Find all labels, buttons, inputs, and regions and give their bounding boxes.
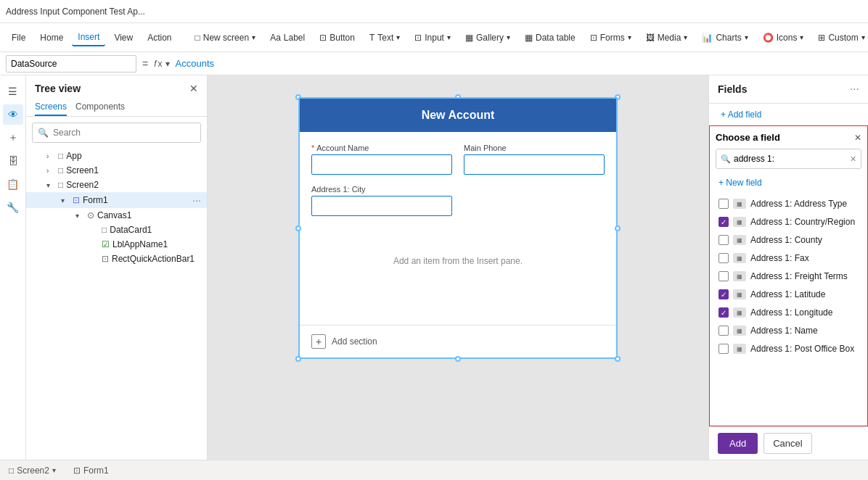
toolbar-gallery[interactable]: ▦ Gallery ▾ — [459, 30, 516, 46]
field-checkbox[interactable] — [718, 235, 729, 245]
form-field-main-phone: Main Phone — [464, 144, 605, 175]
fields-panel-header: Fields ··· — [709, 75, 868, 104]
menu-action[interactable]: Action — [142, 30, 177, 46]
field-item[interactable]: ▦Address 1: Latitude — [716, 286, 861, 303]
tree-item-canvas1[interactable]: ▾ ⊙ Canvas1 — [26, 208, 207, 223]
search-input[interactable] — [32, 123, 201, 143]
new-screen-chevron: ▾ — [252, 33, 255, 41]
toolbar-custom[interactable]: ⊞ Custom ▾ — [812, 30, 868, 46]
form-row-1: *Account Name Main Phone — [311, 144, 605, 175]
icon-bar-screens[interactable]: 👁 — [3, 104, 23, 125]
choose-search-clear-icon[interactable]: ✕ — [850, 154, 856, 164]
field-checkbox[interactable] — [718, 271, 729, 281]
add-field-button[interactable]: + Add field — [715, 107, 767, 123]
choose-field-search: 🔍 ✕ — [716, 149, 861, 169]
icon-bar-add[interactable]: ＋ — [3, 128, 23, 148]
icon-bar-menu[interactable]: ☰ — [3, 81, 23, 102]
tree-item-lblappname1[interactable]: ☑ LblAppName1 — [26, 237, 207, 252]
field-item[interactable]: ▦Address 1: Fax — [716, 249, 861, 267]
handle-bottom-left[interactable] — [295, 356, 301, 362]
add-section-bar[interactable]: + Add section — [300, 325, 616, 357]
toolbar-icons[interactable]: ⭕ Icons ▾ — [757, 30, 810, 46]
account-name-input[interactable] — [311, 154, 452, 175]
field-item[interactable]: ▦Address 1: Name — [716, 322, 861, 339]
field-item[interactable]: ▦Address 1: Freight Terms — [716, 268, 861, 285]
field-checkbox[interactable] — [718, 199, 729, 209]
field-item[interactable]: ▦Address 1: Address Type — [716, 195, 861, 212]
gallery-icon: ▦ — [465, 33, 473, 43]
datasource-selector[interactable] — [6, 55, 136, 73]
tree-item-form1[interactable]: ▾ ⊡ Form1 ··· — [26, 192, 207, 208]
icon-bar-data[interactable]: 🗄 — [3, 151, 23, 171]
toolbar-label[interactable]: Aa Label — [264, 30, 311, 46]
add-section-plus-icon[interactable]: + — [311, 334, 326, 349]
menu-file[interactable]: File — [6, 30, 31, 46]
handle-bottom-right[interactable] — [615, 356, 621, 362]
tab-screens[interactable]: Screens — [35, 99, 67, 116]
field-checkbox[interactable] — [718, 253, 729, 263]
media-icon: 🖼 — [646, 33, 655, 43]
toolbar-charts[interactable]: 📊 Charts ▾ — [696, 30, 753, 46]
gallery-chevron: ▾ — [507, 33, 510, 41]
toolbar-data-table[interactable]: ▦ Data table — [519, 30, 581, 46]
field-checkbox[interactable] — [718, 344, 729, 354]
toolbar-input[interactable]: ⊡ Input ▾ — [409, 30, 456, 46]
tree-label-rectquickactionbar1: RectQuickActionBar1 — [112, 254, 201, 264]
field-checkbox[interactable] — [718, 289, 729, 299]
toolbar-new-screen[interactable]: □ New screen ▾ — [189, 30, 262, 46]
icon-bar: ☰ 👁 ＋ 🗄 📋 🔧 — [0, 75, 26, 460]
toolbar-forms[interactable]: ⊡ Forms ▾ — [584, 30, 637, 46]
tree-item-datacard1[interactable]: □ DataCard1 — [26, 223, 207, 237]
input-icon: ⊡ — [414, 33, 422, 43]
field-item[interactable]: ▦Address 1: Country/Region — [716, 213, 861, 231]
icons-chevron: ▾ — [800, 33, 803, 41]
add-button[interactable]: Add — [718, 433, 758, 454]
tree-label-screen1: Screen1 — [66, 165, 201, 175]
search-icon: 🔍 — [38, 128, 49, 138]
handle-right[interactable] — [615, 225, 621, 231]
cancel-button[interactable]: Cancel — [763, 433, 811, 454]
sidebar-header: Tree view ✕ — [26, 75, 207, 99]
panel-more-icon[interactable]: ··· — [850, 83, 859, 96]
form-icon: ⊡ — [73, 465, 81, 476]
new-field-button[interactable]: + New field — [716, 175, 765, 191]
handle-bottom[interactable] — [455, 356, 461, 362]
tree-item-app[interactable]: › □ App — [26, 149, 207, 163]
toolbar-media[interactable]: 🖼 Media ▾ — [640, 30, 694, 46]
toolbar-button[interactable]: ⊡ Button — [314, 30, 361, 46]
choose-field-input[interactable] — [716, 149, 861, 169]
formula-bar: = fx ▾ Accounts — [0, 52, 868, 75]
tab-components[interactable]: Components — [75, 99, 125, 116]
tree-label-lblappname1: LblAppName1 — [112, 239, 201, 249]
main-phone-input[interactable] — [464, 154, 605, 175]
expand-canvas1: ▾ — [75, 212, 84, 220]
field-checkbox[interactable] — [718, 307, 729, 318]
menu-home[interactable]: Home — [34, 30, 69, 46]
tree-item-rectquickactionbar1[interactable]: ⊡ RectQuickActionBar1 — [26, 252, 207, 266]
field-list: ▦Address 1: Address Type▦Address 1: Coun… — [716, 195, 861, 357]
choose-field-close-icon[interactable]: ✕ — [854, 133, 861, 143]
tree-item-screen1[interactable]: › □ Screen1 — [26, 163, 207, 178]
toolbar-text[interactable]: T Text ▾ — [364, 30, 406, 46]
menu-insert[interactable]: Insert — [72, 29, 105, 46]
field-item[interactable]: ▦Address 1: Longitude — [716, 304, 861, 321]
choose-field-header: Choose a field ✕ — [716, 132, 861, 143]
app-icon: □ — [58, 151, 63, 161]
field-checkbox[interactable] — [718, 326, 729, 336]
city-input[interactable] — [311, 196, 452, 216]
field-item[interactable]: ▦Address 1: Post Office Box — [716, 340, 861, 357]
field-type-icon: ▦ — [733, 289, 746, 299]
choose-field-title: Choose a field — [716, 132, 780, 143]
status-screen[interactable]: □ Screen2 ▾ — [9, 465, 56, 476]
menu-view[interactable]: View — [108, 30, 139, 46]
tree-item-screen2[interactable]: ▾ □ Screen2 — [26, 178, 207, 192]
icon-bar-settings[interactable]: 🔧 — [3, 197, 23, 218]
form1-more-icon[interactable]: ··· — [192, 194, 201, 206]
status-form[interactable]: ⊡ Form1 — [73, 465, 109, 476]
field-checkbox[interactable] — [718, 217, 729, 227]
icon-bar-vars[interactable]: 📋 — [3, 174, 23, 194]
field-item[interactable]: ▦Address 1: County — [716, 231, 861, 249]
sidebar-close-icon[interactable]: ✕ — [189, 83, 198, 94]
handle-left[interactable] — [295, 225, 301, 231]
add-section-label: Add section — [332, 336, 377, 347]
